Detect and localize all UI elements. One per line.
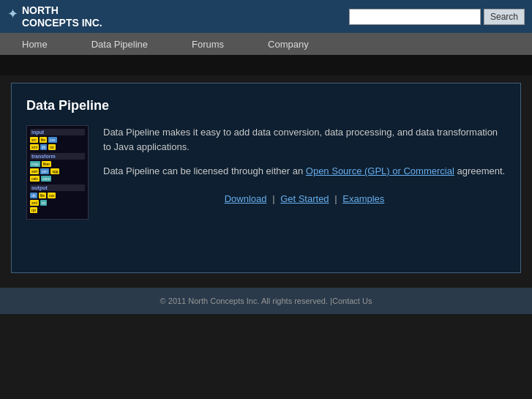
pipe-section-label-3: output xyxy=(30,184,85,191)
description-2-pre: Data Pipeline can be licensed through ei… xyxy=(103,165,306,176)
search-input[interactable] xyxy=(349,9,481,25)
pipe-cell: csv xyxy=(48,137,57,143)
logo-area: ✦ NORTH CONCEPTS INC. xyxy=(7,4,102,29)
pipe-row: db file csv xyxy=(30,193,85,198)
pipe-cell: file xyxy=(39,193,46,198)
pipe-section-1: input src file csv xml db txt xyxy=(30,129,85,150)
pipe-cell: xml xyxy=(30,144,39,150)
pipe-cell: join xyxy=(40,168,49,174)
nav-item-data-pipeline[interactable]: Data Pipeline xyxy=(70,33,170,55)
get-started-link[interactable]: Get Started xyxy=(280,193,329,204)
pipe-cell: txt xyxy=(48,144,55,150)
content-box: Data Pipeline input src file csv xml db … xyxy=(11,83,521,273)
pipe-row: calc conv xyxy=(30,176,85,182)
pipe-cell: db xyxy=(30,193,37,198)
pipe-section-2: transform map filter sort join agg calc … xyxy=(30,153,85,182)
pipe-cell: src xyxy=(30,137,38,143)
dark-band xyxy=(0,55,532,75)
header: ✦ NORTH CONCEPTS INC. Search xyxy=(0,0,532,33)
pipe-cell: sort xyxy=(30,168,39,174)
pipe-row: xml db txt xyxy=(30,144,85,150)
link-sep-2: | xyxy=(334,193,337,204)
pipe-section-label-2: transform xyxy=(30,153,85,160)
content-inner: input src file csv xml db txt transform xyxy=(26,125,506,220)
text-content: Data Pipeline makes it easy to add data … xyxy=(103,125,506,204)
pipe-row: map filter xyxy=(30,161,85,167)
pipe-row: src file csv xyxy=(30,137,85,143)
pipe-cell: conv xyxy=(41,176,52,182)
pipe-cell: agg xyxy=(50,168,59,174)
nav-item-company[interactable]: Company xyxy=(246,33,331,55)
logo-text: NORTH CONCEPTS INC. xyxy=(22,4,102,29)
search-area: Search xyxy=(349,9,525,25)
description-2-post: agreement. xyxy=(454,165,505,176)
pipe-section-3: output db file csv xml txt rpt xyxy=(30,184,85,213)
logo-line1: NORTH xyxy=(22,4,102,17)
pipe-cell: txt xyxy=(40,200,47,206)
footer: © 2011 North Concepts Inc. All rights re… xyxy=(0,288,532,314)
pipe-cell: rpt xyxy=(30,207,37,213)
pipe-row: xml txt xyxy=(30,200,85,206)
links-row: Download | Get Started | Examples xyxy=(103,193,506,204)
pipe-row: sort join agg xyxy=(30,168,85,174)
pipe-row: rpt xyxy=(30,207,85,213)
search-button[interactable]: Search xyxy=(484,9,525,25)
nav-bar: Home Data Pipeline Forums Company xyxy=(0,33,532,55)
pipe-cell: db xyxy=(40,144,48,150)
pipe-cell: calc xyxy=(30,176,40,182)
nav-item-forums[interactable]: Forums xyxy=(170,33,246,55)
pipe-cell: csv xyxy=(48,193,56,198)
pipe-cell: file xyxy=(40,137,47,143)
logo-star-icon: ✦ xyxy=(7,6,18,22)
description-2: Data Pipeline can be licensed through ei… xyxy=(103,164,506,179)
page-title: Data Pipeline xyxy=(26,98,506,113)
logo-line2: CONCEPTS INC. xyxy=(22,17,102,29)
pipe-cell: map xyxy=(30,161,40,167)
pipe-section-label-1: input xyxy=(30,129,85,135)
nav-item-home[interactable]: Home xyxy=(0,33,70,55)
main-wrapper: Data Pipeline input src file csv xml db … xyxy=(0,75,532,288)
pipe-cell: filter xyxy=(42,161,51,167)
examples-link[interactable]: Examples xyxy=(342,193,384,204)
copyright-text: © 2011 North Concepts Inc. All rights re… xyxy=(160,297,328,305)
description-1: Data Pipeline makes it easy to add data … xyxy=(103,125,506,154)
link-sep-1: | xyxy=(272,193,277,204)
pipe-cell: xml xyxy=(30,200,39,206)
download-link[interactable]: Download xyxy=(225,193,267,204)
gpl-commercial-link[interactable]: Open Source (GPL) or Commercial xyxy=(306,165,454,176)
pipeline-diagram: input src file csv xml db txt transform xyxy=(26,125,89,220)
contact-link[interactable]: Contact Us xyxy=(332,297,372,305)
